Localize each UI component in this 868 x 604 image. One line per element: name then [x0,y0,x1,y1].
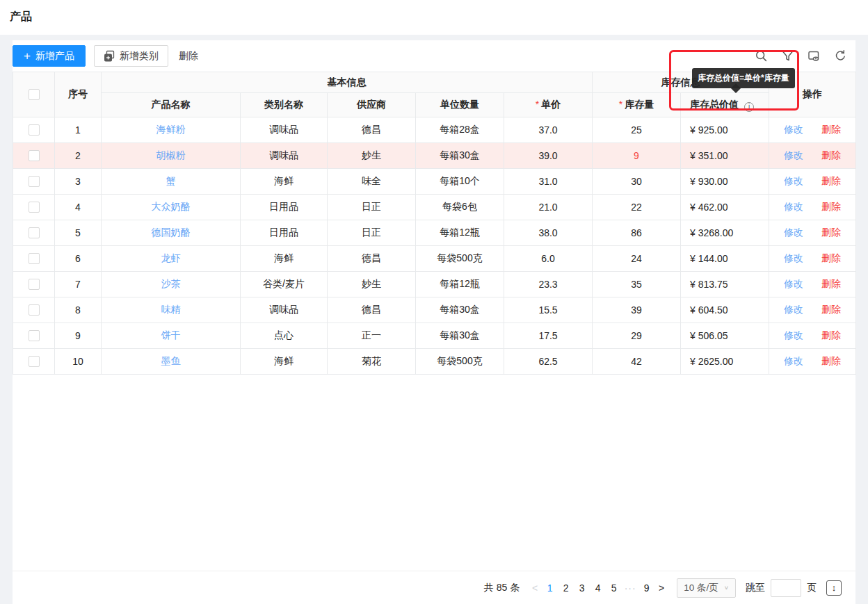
product-name-cell: 味精 [102,297,241,323]
product-name-link[interactable]: 墨鱼 [161,355,181,366]
row-checkbox[interactable] [29,330,40,341]
actions-cell: 修改删除 [769,195,856,220]
delete-link[interactable]: 删除 [821,329,841,341]
row-checkbox[interactable] [29,304,40,316]
toolbar-delete-button[interactable]: 删除 [179,45,198,63]
add-product-label: 新增产品 [35,50,74,63]
table-row: 4 大众奶酪 日用品 日正 每袋6包 21.0 22 ¥ 462.00 修改删除 [13,195,856,220]
page-title: 产品 [0,0,868,24]
refresh-icon[interactable] [834,49,847,63]
edit-link[interactable]: 修改 [784,201,803,212]
row-select-cell [13,349,55,375]
product-name-link[interactable]: 海鲜粉 [156,124,186,135]
product-name-link[interactable]: 德国奶酪 [152,227,191,238]
row-select-cell [13,169,55,195]
add-category-label: 新增类别 [120,50,159,63]
edit-link[interactable]: 修改 [784,252,803,263]
page-number-2[interactable]: 2 [558,582,573,594]
add-product-button[interactable]: + 新增产品 [13,45,86,67]
table-sub-header-row: 产品名称 类别名称 供应商 单位数量 *单价 *库存量 库存总价值 [13,93,856,117]
add-category-button[interactable]: 新增类别 [94,45,168,67]
product-name-link[interactable]: 龙虾 [161,252,181,263]
add-category-icon [104,50,115,62]
page-unit-label: 页 [807,582,817,594]
actions-cell: 修改删除 [769,117,856,143]
row-checkbox[interactable] [29,124,40,136]
page-number-9[interactable]: 9 [639,582,654,594]
delete-link[interactable]: 删除 [821,175,841,186]
product-name-link[interactable]: 蟹 [166,175,176,186]
row-checkbox[interactable] [29,150,40,161]
page-number-3[interactable]: 3 [574,582,589,594]
price-cell: 38.0 [504,220,593,246]
row-select-cell [13,220,55,246]
unit-qty-cell: 每箱12瓶 [416,220,504,246]
delete-link[interactable]: 删除 [821,304,841,315]
stock-cell: 24 [593,246,681,272]
edit-link[interactable]: 修改 [784,355,803,366]
edit-link[interactable]: 修改 [784,278,803,289]
select-all-cell [13,72,55,117]
stock-value-cell: ¥ 930.00 [681,169,769,195]
category-cell: 谷类/麦片 [241,272,328,297]
stock-cell: 30 [593,169,681,195]
product-name-link[interactable]: 饼干 [161,329,181,341]
row-checkbox[interactable] [29,227,40,238]
product-name-cell: 德国奶酪 [102,220,241,246]
row-checkbox[interactable] [29,202,40,213]
col-index: 序号 [55,72,102,117]
page-number-1[interactable]: 1 [542,582,557,594]
delete-link[interactable]: 删除 [821,201,841,212]
row-checkbox[interactable] [29,279,40,290]
edit-link[interactable]: 修改 [784,227,803,238]
delete-link[interactable]: 删除 [821,278,841,289]
page-number-5[interactable]: 5 [606,582,621,594]
actions-cell: 修改删除 [769,246,856,272]
row-checkbox[interactable] [29,176,40,187]
delete-link[interactable]: 删除 [821,149,841,161]
next-page-button[interactable]: > [654,582,668,594]
prev-page-button[interactable]: < [528,582,542,594]
row-checkbox[interactable] [29,356,40,367]
search-icon[interactable] [755,49,768,63]
select-all-checkbox[interactable] [29,89,40,100]
delete-link[interactable]: 删除 [821,252,841,263]
column-display-icon[interactable] [807,49,821,63]
col-stock-value: 库存总价值 [681,93,769,117]
stock-cell: 22 [593,195,681,220]
product-name-cell: 龙虾 [102,246,241,272]
page-size-select[interactable]: 10 条/页 ∨ [677,578,736,598]
group-inventory-info: 库存信息 [593,72,769,93]
more-pages-icon[interactable]: ··· [622,582,638,594]
unit-qty-cell: 每箱30盒 [416,323,504,349]
info-icon[interactable] [744,102,754,112]
row-select-cell [13,323,55,349]
edit-link[interactable]: 修改 [784,329,803,341]
price-cell: 23.3 [504,272,593,297]
col-product-name: 产品名称 [102,93,241,117]
row-checkbox[interactable] [29,253,40,264]
product-name-link[interactable]: 大众奶酪 [152,201,191,212]
col-price: *单价 [504,93,593,117]
row-index: 6 [55,246,102,272]
delete-link[interactable]: 删除 [821,227,841,238]
category-cell: 海鲜 [241,246,328,272]
product-name-link[interactable]: 味精 [161,304,181,315]
supplier-cell: 德昌 [328,246,416,272]
page-number-4[interactable]: 4 [590,582,605,594]
product-name-link[interactable]: 胡椒粉 [156,149,186,161]
delete-link[interactable]: 删除 [821,355,841,366]
product-name-link[interactable]: 沙茶 [161,278,181,289]
jump-page-input[interactable] [771,579,801,597]
table-row: 8 味精 调味品 德昌 每箱30盒 15.5 39 ¥ 604.50 修改删除 [13,297,856,323]
delete-link[interactable]: 删除 [821,124,841,135]
edit-link[interactable]: 修改 [784,124,803,135]
edit-link[interactable]: 修改 [784,175,803,186]
filter-icon[interactable] [781,49,794,63]
stock-cell: 9 [593,143,681,169]
edit-link[interactable]: 修改 [784,304,803,315]
edit-link[interactable]: 修改 [784,149,803,161]
jump-label: 跳至 [746,582,765,594]
back-to-top-button[interactable]: ↕ [826,580,842,596]
price-cell: 37.0 [504,117,593,143]
